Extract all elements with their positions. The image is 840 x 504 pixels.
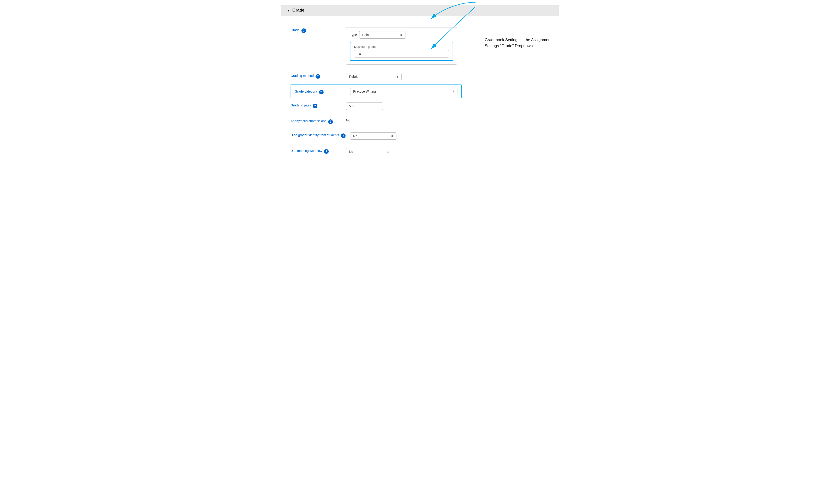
- hide-grader-value: No: [353, 134, 357, 138]
- type-select-value: Point: [362, 33, 370, 37]
- grade-to-pass-control: [346, 103, 462, 110]
- marking-workflow-row: Use marking workflow ? No ⬍: [291, 144, 462, 160]
- marking-workflow-label: Use marking workflow: [291, 149, 322, 152]
- grade-to-pass-help-icon[interactable]: ?: [313, 104, 318, 108]
- marking-workflow-value: No: [349, 150, 353, 154]
- grade-to-pass-input[interactable]: [346, 103, 383, 110]
- grading-method-row: Grading method ? Rubric ⬍: [291, 69, 462, 85]
- grade-category-arrows: ⬍: [452, 90, 455, 93]
- marking-workflow-control: No ⬍: [346, 148, 462, 156]
- annotation-column: Gradebook Settings in the Assignment Set…: [471, 23, 559, 49]
- grade-control-area: Type Point ⬍ Maximum grade: [346, 27, 462, 65]
- anonymous-submissions-help-icon[interactable]: ?: [328, 119, 333, 124]
- marking-workflow-arrows: ⬍: [387, 150, 389, 154]
- marking-workflow-label-group: Use marking workflow ?: [291, 148, 341, 154]
- anonymous-submissions-value: No: [346, 118, 350, 122]
- hide-grader-control: No ⬍: [350, 132, 462, 140]
- marking-workflow-select[interactable]: No ⬍: [346, 148, 392, 156]
- grading-method-value: Rubric: [349, 75, 358, 78]
- annotation-text: Gradebook Settings in the Assignment Set…: [485, 37, 559, 49]
- section-title: Grade: [292, 8, 305, 13]
- grade-to-pass-row: Grade to pass ?: [291, 98, 462, 114]
- grade-category-label: Grade category: [295, 90, 317, 93]
- page-wrapper: ▼ Grade Grade ? Type P: [281, 0, 559, 164]
- grade-category-control: Practice Writing ⬍: [350, 88, 458, 95]
- type-row: Type Point ⬍: [350, 31, 453, 39]
- type-select[interactable]: Point ⬍: [359, 31, 406, 39]
- form-left: Grade ? Type Point ⬍: [281, 23, 471, 160]
- max-grade-input[interactable]: [354, 50, 449, 57]
- grade-category-label-group: Grade category ?: [295, 89, 346, 94]
- annotation-text-container: Gradebook Settings in the Assignment Set…: [485, 37, 559, 49]
- grade-label-group: Grade ?: [291, 27, 341, 33]
- hide-grader-arrows: ⬍: [391, 134, 393, 138]
- type-label: Type: [350, 33, 357, 37]
- hide-grader-help-icon[interactable]: ?: [341, 133, 346, 138]
- grading-method-help-icon[interactable]: ?: [315, 74, 320, 79]
- anonymous-submissions-control: No: [346, 118, 462, 122]
- grade-category-select[interactable]: Practice Writing ⬍: [350, 88, 458, 95]
- grade-category-outer-row: Grade category ? Practice Writing ⬍: [291, 85, 462, 98]
- type-arrows: ⬍: [400, 33, 402, 37]
- marking-workflow-help-icon[interactable]: ?: [324, 149, 329, 154]
- section-header: ▼ Grade: [281, 5, 559, 16]
- main-content: Grade ? Type Point ⬍: [281, 23, 559, 160]
- grade-help-icon[interactable]: ?: [302, 29, 306, 33]
- hide-grader-label: Hide grader identity from students: [291, 133, 339, 137]
- grade-label: Grade: [291, 28, 299, 32]
- max-grade-label: Maximum grade: [354, 45, 449, 49]
- grading-method-label: Grading method: [291, 74, 314, 77]
- grading-method-label-group: Grading method ?: [291, 73, 341, 79]
- hide-grader-row: Hide grader identity from students ? No …: [291, 128, 462, 144]
- grade-to-pass-label: Grade to pass: [291, 104, 311, 107]
- grade-category-help-icon[interactable]: ?: [319, 90, 324, 94]
- form-body: Grade ? Type Point ⬍: [281, 23, 471, 160]
- grade-category-highlighted-row: Grade category ? Practice Writing ⬍: [291, 85, 462, 98]
- grading-method-select[interactable]: Rubric ⬍: [346, 73, 401, 80]
- grade-row: Grade ? Type Point ⬍: [291, 23, 462, 69]
- anonymous-submissions-label-group: Anonymous submissions ?: [291, 118, 341, 124]
- anonymous-submissions-label: Anonymous submissions: [291, 119, 326, 123]
- grade-box: Type Point ⬍ Maximum grade: [346, 27, 457, 65]
- hide-grader-select[interactable]: No ⬍: [350, 132, 396, 140]
- grade-category-value: Practice Writing: [353, 90, 376, 93]
- hide-grader-label-group: Hide grader identity from students ?: [291, 132, 346, 138]
- grading-method-arrows: ⬍: [396, 75, 398, 78]
- grading-method-control: Rubric ⬍: [346, 73, 462, 80]
- chevron-icon: ▼: [287, 8, 290, 12]
- grade-to-pass-label-group: Grade to pass ?: [291, 103, 341, 108]
- max-grade-highlighted-box: Maximum grade: [350, 42, 453, 61]
- anonymous-submissions-row: Anonymous submissions ? No: [291, 114, 462, 128]
